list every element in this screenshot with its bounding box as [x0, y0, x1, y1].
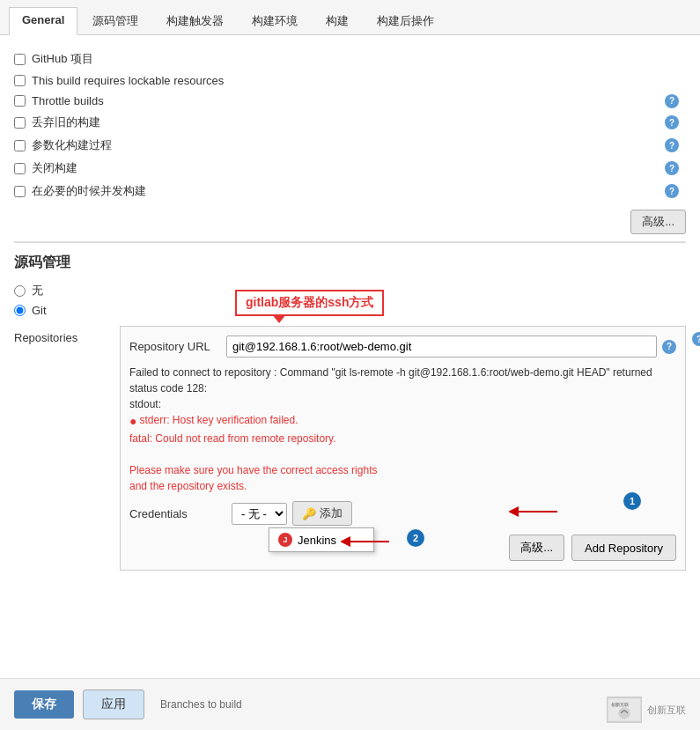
advanced-button[interactable]: 高级... [630, 210, 686, 234]
repo-url-label: Repository URL [129, 336, 226, 353]
checkbox-lockable-label: This build requires lockable resources [32, 74, 224, 87]
throttle-help-icon[interactable]: ? [665, 94, 679, 108]
repo-url-input[interactable] [226, 336, 657, 358]
repo-advanced-button[interactable]: 高级... [509, 535, 564, 561]
radio-git-label: Git [32, 304, 47, 317]
jenkins-credential-item[interactable]: J Jenkins [269, 528, 373, 551]
tab-env[interactable]: 构建环境 [239, 7, 311, 34]
branches-label: Branches to build [160, 698, 242, 711]
badge-1-wrapper: 1 [623, 492, 641, 510]
repositories-section: Repositories gitlab服务器的ssh方式 ? Repositor… [14, 326, 686, 571]
checkbox-row-throttle: Throttle builds ? [14, 94, 686, 107]
svg-point-4 [618, 707, 630, 719]
credentials-dropdown: J Jenkins [269, 527, 374, 552]
error-line-6: Please make sure you have the correct ac… [129, 462, 676, 478]
repo-actions-row: 高级... Add Repository [129, 535, 676, 561]
error-icon-1: ● [129, 412, 136, 431]
tab-post[interactable]: 构建后操作 [364, 7, 447, 34]
source-section: 源码管理 无 Git Repositories gitlab服务器的ssh方式 [14, 254, 686, 571]
apply-button[interactable]: 应用 [83, 689, 144, 719]
arrow-1-svg [509, 503, 562, 520]
concurrent-help-icon[interactable]: ? [665, 138, 679, 152]
tab-general[interactable]: General [9, 7, 77, 35]
general-section: GitHub 项目 This build requires lockable r… [14, 51, 686, 234]
tab-build[interactable]: 构建 [313, 7, 362, 34]
badge-2-wrapper: 2 [407, 529, 424, 547]
checkbox-concurrent[interactable] [14, 140, 26, 151]
checkbox-github[interactable] [14, 54, 26, 65]
repo-url-row: Repository URL ? [129, 336, 676, 358]
error-line-1: Failed to connect to repository : Comman… [129, 365, 676, 396]
add-credentials-button[interactable]: 🔑 添加 [292, 501, 352, 526]
checkbox-row-disable: 关闭构建 ? [14, 160, 686, 176]
quiet-help-icon[interactable]: ? [665, 184, 679, 198]
add-repository-button[interactable]: Add Repository [571, 535, 676, 561]
checkbox-quiet-label: 在必要的时候并发构建 [32, 183, 146, 199]
repo-url-help-icon[interactable]: ? [662, 340, 676, 354]
repo-section-help-icon[interactable]: ? [692, 332, 700, 346]
checkbox-throttle[interactable] [14, 95, 26, 107]
annotation-text: gitlab服务器的ssh方式 [246, 295, 373, 309]
checkbox-throttle-label: Throttle builds [32, 94, 104, 107]
error-line-7: and the repository exists. [129, 478, 676, 494]
advanced-btn-row: 高级... [14, 210, 686, 234]
tabs-bar: General 源码管理 构建触发器 构建环境 构建 构建后操作 [0, 0, 700, 35]
checkbox-disable-label: 关闭构建 [32, 160, 77, 176]
radio-none-label: 无 [32, 283, 43, 299]
error-line-4: fatal: Could not read from remote reposi… [129, 431, 676, 446]
checkbox-row-quiet: 在必要的时候并发构建 ? [14, 183, 686, 199]
credentials-row: Credentials - 无 - 🔑 添加 1 [129, 501, 676, 526]
discard-help-icon[interactable]: ? [665, 115, 679, 129]
checkbox-disable[interactable] [14, 163, 26, 174]
checkbox-row-concurrent: 参数化构建过程 ? [14, 137, 686, 153]
checkbox-row-lockable: This build requires lockable resources [14, 74, 686, 87]
section-divider [14, 241, 686, 243]
repositories-label: Repositories [14, 326, 120, 571]
checkbox-discard[interactable] [14, 117, 26, 129]
key-icon: 🔑 [302, 507, 316, 520]
svg-text:创新互联: 创新互联 [610, 702, 630, 707]
error-line-3: ● stderr: Host key verification failed. [129, 412, 676, 431]
checkbox-row-discard: 丢弃旧的构建 ? [14, 114, 686, 130]
save-button[interactable]: 保存 [14, 690, 74, 719]
disable-help-icon[interactable]: ? [665, 161, 679, 175]
checkbox-row-github: GitHub 项目 [14, 51, 686, 67]
checkbox-lockable[interactable] [14, 75, 26, 86]
content-area: GitHub 项目 This build requires lockable r… [0, 35, 700, 678]
jenkins-icon: J [278, 533, 292, 547]
radio-none[interactable] [14, 285, 26, 297]
logo-text: 创新互联 [647, 704, 686, 717]
tab-trigger[interactable]: 构建触发器 [153, 7, 237, 34]
badge-2: 2 [407, 529, 424, 547]
main-container: General 源码管理 构建触发器 构建环境 构建 构建后操作 GitHub … [0, 0, 700, 730]
add-button-label: 添加 [320, 505, 343, 521]
source-section-title: 源码管理 [14, 254, 686, 272]
bottom-logo: 创新互联 创新互联 [607, 697, 686, 723]
repo-content: gitlab服务器的ssh方式 ? Repository URL ? [120, 326, 686, 571]
radio-git[interactable] [14, 305, 26, 316]
badge-1: 1 [623, 492, 641, 510]
bottom-bar: 保存 应用 Branches to build 创新互联 创新互联 [0, 678, 700, 730]
error-text-3: stderr: Host key verification failed. [139, 412, 298, 428]
checkbox-concurrent-label: 参数化构建过程 [32, 137, 112, 153]
credentials-label: Credentials [129, 507, 226, 520]
error-block: Failed to connect to repository : Comman… [129, 365, 676, 494]
checkbox-quiet[interactable] [14, 186, 26, 197]
checkbox-discard-label: 丢弃旧的构建 [32, 114, 100, 130]
credentials-select[interactable]: - 无 - [232, 503, 287, 525]
logo-icon: 创新互联 [607, 697, 642, 723]
tab-source[interactable]: 源码管理 [79, 7, 151, 34]
error-line-2: stdout: [129, 396, 676, 412]
checkbox-github-label: GitHub 项目 [32, 51, 93, 67]
annotation-box: gitlab服务器的ssh方式 [235, 290, 384, 316]
jenkins-label: Jenkins [298, 534, 336, 547]
repo-url-input-wrapper: ? [226, 336, 676, 358]
